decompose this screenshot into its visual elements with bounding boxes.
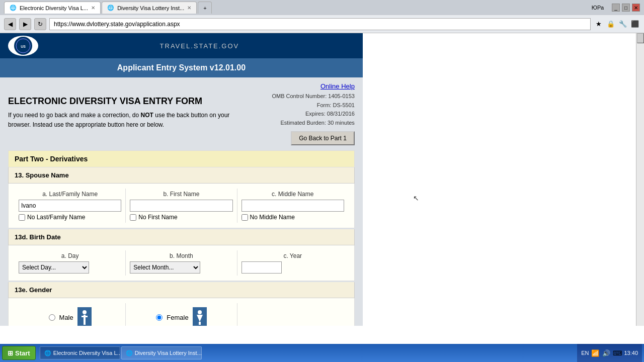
birth-date-section: a. Day Select Day... 12345 678910 111213… (8, 245, 355, 281)
day-col: a. Day Select Day... 12345 678910 111213… (15, 250, 126, 276)
browser-titlebar: 🌐 Electronic Diversity Visa L... ✕ 🌐 Div… (0, 0, 644, 15)
middle-name-input[interactable] (242, 200, 344, 212)
form-content: Online Help ELECTRONIC DIVERSITY VISA EN… (0, 77, 363, 326)
burden-info: Estimated Burden: 30 minutes (254, 119, 355, 128)
tools-icon-1[interactable]: 🔒 (606, 19, 616, 29)
svg-text:US: US (21, 45, 26, 48)
section-13-title: 13. Spouse Name (15, 171, 69, 179)
last-name-col: a. Last/Family Name No Last/Family Name (15, 189, 126, 223)
site-logo: US (8, 36, 38, 56)
tab-favicon-2: 🌐 (107, 5, 114, 11)
svg-rect-4 (84, 315, 86, 321)
month-label: b. Month (130, 252, 232, 259)
browser-tab-2[interactable]: 🌐 Diversity Visa Lottery Inst... ✕ (102, 2, 197, 14)
minimize-button[interactable]: _ (612, 4, 620, 12)
middle-name-col: c. Middle Name No Middle Name (237, 189, 348, 223)
section-13-header: 13. Spouse Name (8, 167, 355, 184)
tab-close-1[interactable]: ✕ (91, 5, 95, 11)
female-radio[interactable] (156, 314, 163, 321)
tab-label-1: Electronic Diversity Visa L... (20, 5, 88, 11)
section-13e-header: 13e. Gender (8, 282, 355, 298)
main-layout: US TRAVEL.STATE.GOV Applicant Entry Syst… (0, 33, 644, 326)
female-label: Female (167, 314, 188, 321)
section-13d-header: 13d. Birth Date (8, 229, 355, 245)
instruction-block: If you need to go back and make a correc… (8, 111, 254, 130)
tab-close-2[interactable]: ✕ (187, 5, 191, 11)
address-bar[interactable] (49, 18, 591, 30)
back-button[interactable]: ◀ (4, 18, 16, 30)
no-first-name-label: No First Name (138, 214, 177, 221)
reload-button[interactable]: ↻ (34, 18, 46, 30)
close-button[interactable]: ✕ (632, 4, 640, 12)
form-meta-col: OMB Control Number: 1405-0153 Form: DS-5… (254, 92, 355, 145)
form-info-line: Form: DS-5501 (254, 101, 355, 110)
online-help-section: Online Help (8, 82, 355, 90)
expires-info: Expires: 08/31/2016 (254, 110, 355, 119)
forward-button[interactable]: ▶ (19, 18, 31, 30)
middle-name-label: c. Middle Name (242, 191, 344, 198)
male-icon (77, 307, 92, 326)
year-label: c. Year (242, 252, 344, 259)
browser-tab-1[interactable]: 🌐 Electronic Diversity Visa L... ✕ (4, 2, 101, 14)
part-two-header: Part Two - Derivatives (8, 150, 355, 167)
cursor-indicator: ↖ (413, 194, 419, 202)
cursor-area: ↖ (363, 33, 636, 326)
month-col: b. Month Select Month... JanuaryFebruary… (126, 250, 237, 276)
bookmark-icon[interactable]: ★ (594, 19, 604, 29)
go-back-button[interactable]: Go Back to Part 1 (291, 131, 355, 145)
tab-favicon-1: 🌐 (10, 5, 17, 11)
first-name-label: b. First Name (130, 191, 232, 198)
new-tab-button[interactable]: + (198, 2, 212, 14)
name-fields-section: a. Last/Family Name No Last/Family Name … (8, 184, 355, 228)
site-header-title: TRAVEL.STATE.GOV (44, 42, 355, 50)
tab-label-2: Diversity Visa Lottery Inst... (117, 5, 184, 11)
tools-icon-3[interactable]: ⬛ (630, 19, 640, 29)
svg-rect-8 (199, 322, 201, 325)
last-name-input[interactable] (19, 200, 121, 212)
first-name-input[interactable] (130, 200, 232, 212)
scrollbar[interactable] (636, 33, 644, 326)
instruction-text: If you need to go back and make a correc… (8, 112, 139, 119)
logo-svg: US (13, 36, 33, 56)
browser-user: ЮРа (592, 5, 604, 11)
month-select[interactable]: Select Month... JanuaryFebruaryMarch Apr… (130, 261, 200, 274)
site-header: US TRAVEL.STATE.GOV (0, 33, 363, 58)
content-scroll: US TRAVEL.STATE.GOV Applicant Entry Syst… (0, 33, 363, 326)
svg-rect-5 (82, 316, 88, 317)
year-input[interactable] (242, 261, 282, 274)
no-last-name-label: No Last/Family Name (27, 214, 85, 221)
male-label: Male (59, 314, 73, 321)
window-controls: _ □ ✕ (612, 4, 640, 12)
no-middle-name-checkbox[interactable] (242, 214, 248, 221)
tools-icon-2[interactable]: 🔧 (618, 19, 628, 29)
male-radio[interactable] (49, 314, 55, 321)
browser-toolbar: ◀ ▶ ↻ ★ 🔒 🔧 ⬛ (0, 15, 644, 33)
section-13e-title: 13e. Gender (15, 286, 52, 294)
form-title-col: ELECTRONIC DIVERSITY VISA ENTRY FORM If … (8, 92, 254, 130)
gender-section: Male (8, 298, 355, 326)
year-col: c. Year (237, 250, 348, 276)
no-middle-name-row: No Middle Name (242, 214, 344, 221)
no-first-name-checkbox[interactable] (130, 214, 136, 221)
day-select[interactable]: Select Day... 12345 678910 1112131415 16… (19, 261, 89, 274)
app-title: Applicant Entry System v12.01.00 (0, 58, 363, 77)
male-col: Male (15, 303, 126, 326)
last-name-label: a. Last/Family Name (19, 191, 121, 198)
gender-options: Male (15, 303, 348, 326)
maximize-button[interactable]: □ (622, 4, 630, 12)
birth-date-row: a. Day Select Day... 12345 678910 111213… (15, 250, 348, 276)
part-two-title: Part Two - Derivatives (15, 155, 88, 163)
right-area: ↖ (363, 33, 636, 326)
no-last-name-row: No Last/Family Name (19, 214, 121, 221)
form-title: ELECTRONIC DIVERSITY VISA ENTRY FORM (8, 96, 254, 107)
omb-info: OMB Control Number: 1405-0153 (254, 92, 355, 101)
female-icon (193, 307, 207, 326)
scroll-thumb[interactable] (637, 33, 644, 43)
section-13d-title: 13d. Birth Date (15, 233, 61, 241)
toolbar-icons: ★ 🔒 🔧 ⬛ (594, 19, 640, 29)
first-name-col: b. First Name No First Name (126, 189, 237, 223)
day-label: a. Day (19, 252, 121, 259)
no-last-name-checkbox[interactable] (19, 214, 25, 221)
online-help-link[interactable]: Online Help (320, 82, 355, 90)
female-col: Female (126, 303, 237, 326)
